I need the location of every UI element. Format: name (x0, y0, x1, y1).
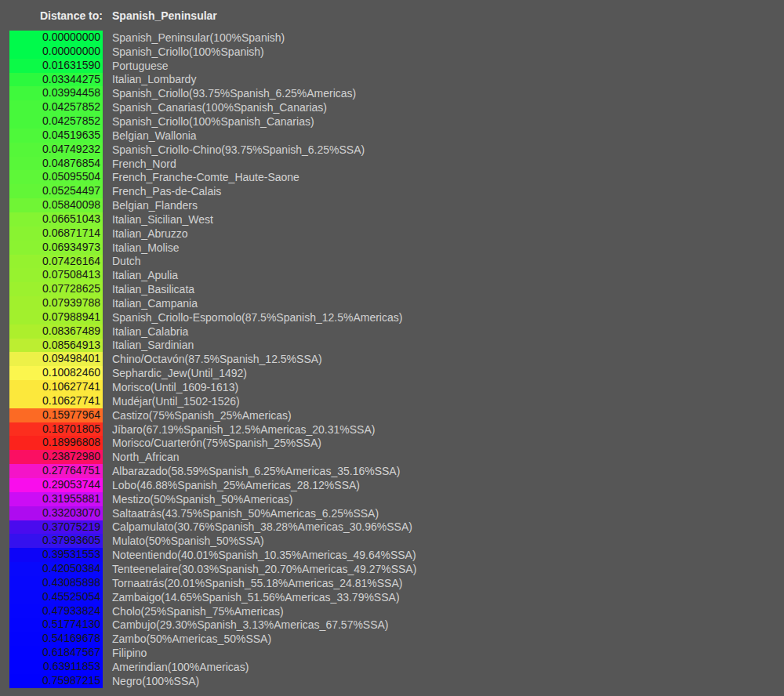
population-label: Italian_Molise (112, 241, 180, 254)
population-label: Spanish_Criollo(93.75%Spanish_6.25%Ameri… (112, 87, 356, 100)
table-row: 0.00000000Spanish_Peninsular(100%Spanish… (0, 31, 784, 45)
distance-cell: 0.27764751 (9, 464, 103, 478)
population-label: Calpamulato(30.76%Spanish_38.28%Americas… (112, 520, 412, 533)
distance-cell: 0.42050384 (9, 562, 103, 576)
distance-cell: 0.63911853 (9, 660, 103, 674)
distance-cell: 0.07508413 (9, 268, 103, 282)
population-label: Filipino (112, 647, 147, 659)
table-row: 0.04749232Spanish_Criollo-Chino(93.75%Sp… (0, 143, 784, 157)
report-header: Distance to: Spanish_Peninsular (0, 9, 217, 22)
header-distance-to-label: Distance to: (0, 9, 103, 22)
population-label: Tornaatrás(20.01%Spanish_55.18%Americas_… (112, 577, 402, 589)
distance-cell: 0.37075219 (9, 520, 103, 535)
table-row: 0.51774130Cambujo(29.30%Spanish_3.13%Ame… (0, 618, 784, 632)
distance-cell: 0.06934973 (9, 241, 103, 255)
distance-cell: 0.10082460 (9, 366, 103, 380)
population-label: Amerindian(100%Americas) (112, 661, 249, 673)
distance-cell: 0.54169678 (9, 632, 103, 646)
table-row: 0.04876854French_Nord (0, 157, 784, 171)
distance-cell: 0.18996808 (9, 436, 103, 450)
distance-cell: 0.06651043 (9, 212, 103, 227)
population-label: Cambujo(29.30%Spanish_3.13%Americas_67.5… (112, 618, 389, 631)
population-label: Italian_Lombardy (112, 73, 196, 85)
population-label: Belgian_Wallonia (112, 129, 197, 142)
population-label: Italian_Sicilian_West (112, 213, 213, 226)
distance-cell: 0.07728625 (9, 282, 103, 296)
distance-cell: 0.43085898 (9, 576, 103, 590)
population-label: Spanish_Criollo(100%Spanish_Canarias) (112, 115, 314, 128)
population-label: Italian_Basilicata (112, 283, 194, 295)
population-label: North_African (112, 451, 180, 463)
table-row: 0.05840098Belgian_Flanders (0, 198, 784, 212)
table-row: 0.08564913Italian_Sardinian (0, 339, 784, 353)
distance-cell: 0.15977964 (9, 408, 103, 422)
table-row: 0.01631590Portuguese (0, 59, 784, 73)
distance-cell: 0.03344275 (9, 73, 103, 87)
table-row: 0.00000000Spanish_Criollo(100%Spanish) (0, 45, 784, 59)
distance-cell: 0.39531553 (9, 548, 103, 562)
population-label: Sephardic_Jew(Until_1492) (112, 367, 247, 379)
table-row: 0.04519635Belgian_Wallonia (0, 129, 784, 143)
table-row: 0.07939788Italian_Campania (0, 296, 784, 310)
population-label: Chino/Octavón(87.5%Spanish_12.5%SSA) (112, 353, 322, 365)
table-row: 0.06871714Italian_Abruzzo (0, 227, 784, 241)
population-label: Dutch (112, 255, 141, 267)
population-label: Spanish_Criollo(100%Spanish) (112, 45, 264, 58)
distance-cell: 0.04876854 (9, 157, 103, 171)
table-row: 0.23872980North_African (0, 450, 784, 464)
distance-cell: 0.18701805 (9, 422, 103, 437)
population-label: Italian_Sardinian (112, 339, 194, 351)
distance-cell: 0.33203070 (9, 506, 103, 520)
table-row: 0.43085898Tornaatrás(20.01%Spanish_55.18… (0, 576, 784, 590)
table-row: 0.37993605Mulato(50%Spanish_50%SSA) (0, 534, 784, 548)
distance-cell: 0.09498401 (9, 352, 103, 366)
distance-cell: 0.10627741 (9, 394, 103, 408)
population-label: Zambo(50%Americas_50%SSA) (112, 633, 271, 645)
table-row: 0.08367489Italian_Calabria (0, 324, 784, 339)
table-row: 0.39531553Noteentiendo(40.01%Spanish_10.… (0, 548, 784, 562)
table-row: 0.29053744Lobo(46.88%Spanish_25%Americas… (0, 478, 784, 492)
table-row: 0.31955881Mestizo(50%Spanish_50%Americas… (0, 492, 784, 506)
table-row: 0.03994458Spanish_Criollo(93.75%Spanish_… (0, 86, 784, 100)
table-row: 0.75987215Negro(100%SSA) (0, 674, 784, 688)
distance-cell: 0.37993605 (9, 534, 103, 548)
distance-cell: 0.61847567 (9, 646, 103, 660)
distance-cell: 0.05840098 (9, 198, 103, 212)
table-row: 0.33203070Saltaatrás(43.75%Spanish_50%Am… (0, 506, 784, 520)
population-label: Spanish_Peninsular(100%Spanish) (112, 31, 285, 44)
population-label: Saltaatrás(43.75%Spanish_50%Americas_6.2… (112, 507, 379, 520)
distance-table: 0.00000000Spanish_Peninsular(100%Spanish… (0, 31, 784, 688)
population-label: Albarazado(58.59%Spanish_6.25%Americas_3… (112, 465, 400, 477)
population-label: French_Pas-de-Calais (112, 185, 221, 198)
distance-cell: 0.10627741 (9, 380, 103, 394)
table-row: 0.07508413Italian_Apulia (0, 268, 784, 282)
population-label: Mestizo(50%Spanish_50%Americas) (112, 493, 292, 506)
population-label: Zambaigo(14.65%Spanish_51.56%Americas_33… (112, 591, 400, 604)
distance-cell: 0.06871714 (9, 227, 103, 241)
distance-cell: 0.04257852 (9, 100, 103, 114)
population-label: Mudéjar(Until_1502-1526) (112, 395, 240, 408)
population-label: Tenteenelaire(30.03%Spanish_20.70%Americ… (112, 563, 416, 575)
population-label: Mulato(50%Spanish_50%SSA) (112, 535, 264, 547)
distance-cell: 0.04519635 (9, 129, 103, 143)
table-row: 0.45525054Zambaigo(14.65%Spanish_51.56%A… (0, 590, 784, 604)
population-label: Lobo(46.88%Spanish_25%Americas_28.12%SSA… (112, 479, 360, 491)
table-row: 0.07988941Spanish_Criollo-Espomolo(87.5%… (0, 310, 784, 324)
table-row: 0.05254497French_Pas-de-Calais (0, 184, 784, 198)
population-label: Italian_Abruzzo (112, 227, 188, 240)
population-label: Jíbaro(67.19%Spanish_12.5%Americas_20.31… (112, 423, 375, 436)
population-label: French_Nord (112, 158, 176, 170)
distance-cell: 0.45525054 (9, 590, 103, 604)
table-row: 0.63911853Amerindian(100%Americas) (0, 660, 784, 674)
distance-cell: 0.01631590 (9, 59, 103, 73)
distance-cell: 0.03994458 (9, 86, 103, 100)
distance-cell: 0.29053744 (9, 478, 103, 492)
table-row: 0.10627741Mudéjar(Until_1502-1526) (0, 394, 784, 408)
table-row: 0.18996808Morisco/Cuarterón(75%Spanish_2… (0, 436, 784, 450)
population-label: Spanish_Canarias(100%Spanish_Canarias) (112, 101, 327, 114)
table-row: 0.06651043Italian_Sicilian_West (0, 212, 784, 227)
population-label: Cholo(25%Spanish_75%Americas) (112, 605, 284, 618)
table-row: 0.15977964Castizo(75%Spanish_25%Americas… (0, 408, 784, 422)
table-row: 0.61847567Filipino (0, 646, 784, 660)
table-row: 0.10627741Morisco(Until_1609-1613) (0, 380, 784, 394)
